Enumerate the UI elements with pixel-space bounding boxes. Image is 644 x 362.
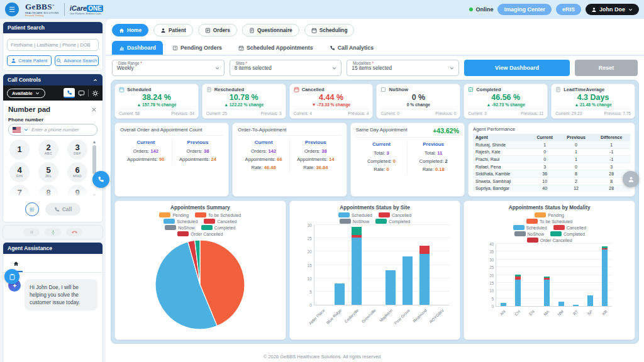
legend-item-cancelled[interactable]: Cancelled: [553, 225, 586, 230]
nav-item-patient[interactable]: Patient: [153, 24, 193, 36]
gear-icon[interactable]: [92, 90, 99, 97]
key-digit: 1: [17, 146, 21, 153]
key-letters: DEF: [74, 151, 81, 155]
summary-line: Orders: 38: [172, 148, 224, 154]
bar-slot: [525, 244, 540, 306]
y-axis-label: 10: [301, 277, 312, 281]
legend-swatch: [526, 219, 538, 224]
key-digit: 2: [46, 144, 50, 151]
view-dashboard-button[interactable]: View Dashboard: [464, 60, 570, 76]
kpi-square-icon: [380, 87, 386, 92]
legend-item-scheduled[interactable]: Scheduled: [164, 219, 197, 224]
legend-item-pending[interactable]: Pending: [159, 212, 189, 217]
agent-stat: 36: [530, 170, 560, 178]
kpi-footer: Current: 4Previous: 4: [294, 109, 369, 117]
imaging-center-button[interactable]: Imaging Center: [497, 4, 552, 15]
legend-item-cancelled[interactable]: Cancelled: [379, 212, 411, 217]
call-button[interactable]: Call: [45, 203, 81, 216]
chevron-down-icon: [628, 7, 633, 13]
legend-item-to-be-scheduled[interactable]: To be Scheduled: [195, 212, 241, 217]
agent-stat: 0: [560, 141, 593, 149]
nav-item-scheduling[interactable]: Scheduling: [304, 24, 355, 36]
legend-row: ScheduledCancelled: [513, 225, 586, 230]
legend-item-completed[interactable]: Completed: [201, 225, 236, 230]
tab-call-analytics[interactable]: Call Analytics: [323, 41, 380, 55]
keypad-key-3[interactable]: 3DEF: [67, 140, 87, 160]
country-chevron-icon[interactable]: [23, 127, 29, 133]
hangup-button[interactable]: [66, 228, 82, 236]
legend-item-completed[interactable]: Completed: [550, 231, 585, 236]
nav-item-orders[interactable]: Orders: [198, 24, 237, 36]
scroll-down-icon[interactable]: ▼: [92, 193, 97, 197]
chat-icon[interactable]: [78, 90, 85, 97]
user-menu-button[interactable]: John Doe: [586, 4, 639, 15]
kpi-card-scheduled: Scheduled38.24 %▲ 157.78 % changeCurrent…: [114, 84, 199, 119]
tab-scheduled-appointments[interactable]: Scheduled Appointments: [231, 41, 320, 55]
keypad-scrollbar[interactable]: ▲ ▼: [91, 140, 97, 197]
modalities-select[interactable]: Modalities * 15 items selected: [347, 60, 459, 76]
keypad-key-9[interactable]: 9WXYZ: [67, 185, 87, 197]
legend-item-completed[interactable]: Completed: [375, 219, 410, 224]
keypad-key-5[interactable]: 5JKL: [38, 162, 58, 182]
hold-button[interactable]: [23, 228, 40, 236]
legend-item-to-be-scheduled[interactable]: To be Scheduled: [526, 219, 572, 224]
legend-item-order-cancelled[interactable]: Order Cancelled: [527, 238, 572, 243]
mute-button[interactable]: [45, 228, 61, 236]
keypad-key-1[interactable]: 1: [9, 140, 30, 160]
legend-item-order-cancelled[interactable]: Order Cancelled: [177, 231, 223, 236]
availability-dropdown[interactable]: Available: [7, 89, 45, 98]
bar-xr: [602, 246, 608, 306]
legend-item-noshow[interactable]: NoShow: [165, 225, 194, 230]
modalities-value: 15 items selected: [352, 65, 454, 71]
keypad-key-7[interactable]: 7PQRS: [9, 185, 30, 197]
keypad-key-8[interactable]: 8TUV: [38, 185, 58, 197]
bar-segment-scheduled: [402, 256, 413, 305]
kpi-footer: Current: 58Previous: 34: [119, 109, 194, 117]
legend-label: To be Scheduled: [208, 213, 241, 217]
tab-dashboard[interactable]: Dashboard: [112, 41, 163, 55]
legend-item-scheduled[interactable]: Scheduled: [338, 212, 372, 217]
legend-item-noshow[interactable]: NoShow: [514, 231, 544, 236]
legend-item-cancelled[interactable]: Cancelled: [204, 219, 236, 224]
scroll-up-icon[interactable]: ▲: [92, 140, 97, 144]
bar-blue-ridge: [335, 283, 345, 305]
nav-item-home[interactable]: Home: [112, 24, 148, 36]
eris-button[interactable]: eRIS: [556, 4, 581, 15]
date-range-select[interactable]: Date Range * Weekly: [112, 60, 225, 76]
legend-item-pending[interactable]: Pending: [535, 212, 564, 217]
reset-button[interactable]: Reset: [575, 60, 638, 76]
keypad-key-6[interactable]: 6MNO: [67, 162, 87, 182]
profile-float-button[interactable]: [623, 171, 639, 187]
bar-slot: [382, 225, 399, 305]
legend-swatch: [159, 212, 170, 217]
hamburger-menu-button[interactable]: ☰: [5, 3, 19, 16]
keypad-toggle-button[interactable]: [25, 202, 39, 216]
patient-search-input[interactable]: [7, 39, 99, 51]
scrollbar-thumb[interactable]: [92, 145, 96, 174]
chart-card-appointments-status-by-modality: Appointments Status by ModalityPendingTo…: [464, 200, 635, 340]
summary-card-title: Same Day Appointment: [356, 127, 408, 133]
dialer-tab-button[interactable]: [64, 88, 75, 98]
advance-search-button[interactable]: Advance Search: [55, 55, 99, 66]
chart-title: Appointments Status by Modality: [469, 205, 630, 211]
keypad-key-4[interactable]: 4GHI: [9, 162, 30, 182]
dialer-float-button[interactable]: [92, 171, 109, 188]
table-row: Supriya, Bandgar401228: [473, 185, 630, 192]
y-axis-label: 5: [301, 290, 312, 294]
call-controls-header[interactable]: Call Controls: [3, 74, 103, 85]
nav-item-questionnaire[interactable]: Questionnaire: [242, 24, 299, 36]
sites-select[interactable]: Sites * 8 items selected: [230, 60, 342, 76]
clipboard-float-button[interactable]: [4, 269, 19, 284]
tab-pending-orders[interactable]: Pending Orders: [165, 41, 229, 55]
phone-number-input[interactable]: Enter a phone number: [8, 124, 97, 136]
create-patient-button[interactable]: Create Patient: [7, 55, 52, 66]
kpi-header: Rescheduled: [206, 87, 282, 92]
legend-item-noshow[interactable]: NoShow: [340, 219, 369, 224]
legend-item-scheduled[interactable]: Scheduled: [513, 225, 547, 230]
divider: [88, 89, 89, 97]
keypad-key-2[interactable]: 2ABC: [38, 140, 58, 160]
summary-line: Appointments: 66: [238, 156, 289, 162]
x-axis-label: AN: [499, 309, 506, 316]
close-icon[interactable]: [91, 106, 97, 113]
summary-badge: +43.62%: [433, 127, 459, 134]
